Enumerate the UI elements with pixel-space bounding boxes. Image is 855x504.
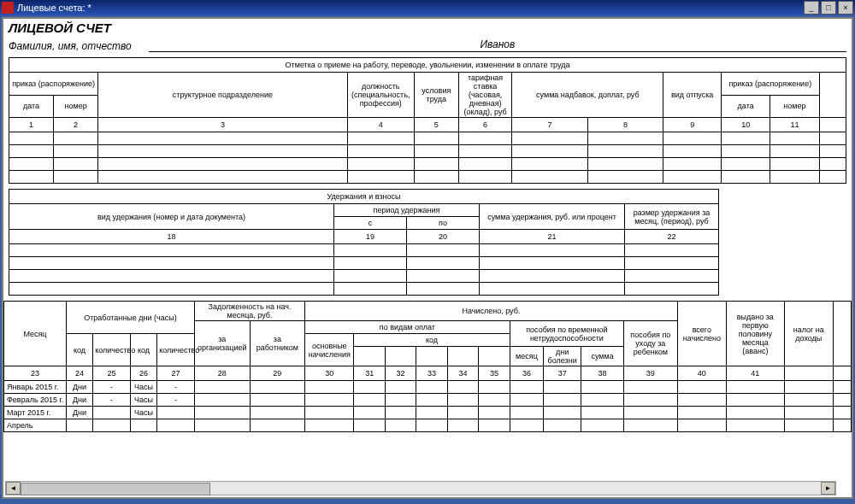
table-row[interactable]: Март 2015 г.ДниЧасы bbox=[4, 407, 852, 419]
table-row[interactable] bbox=[9, 283, 719, 296]
col-addons: сумма надбавок, доплат, руб bbox=[512, 73, 663, 118]
col-care: пособия по уходу за ребенком bbox=[624, 321, 678, 366]
sec2-caption: Удержания и взносы bbox=[9, 190, 719, 204]
table-row[interactable] bbox=[9, 158, 846, 171]
col-sd: дни болезни bbox=[544, 347, 581, 366]
colnum: 30 bbox=[305, 366, 354, 381]
horizontal-scrollbar[interactable]: ◄ ► bbox=[5, 481, 836, 495]
col-sick: пособия по временной нетрудоспособности bbox=[510, 321, 623, 347]
colnum: 37 bbox=[544, 366, 581, 381]
scroll-right-icon[interactable]: ► bbox=[821, 482, 835, 495]
page-title: ЛИЦЕВОЙ СЧЕТ bbox=[9, 21, 852, 35]
col-struct: структурное подразделение bbox=[98, 73, 348, 118]
table-row[interactable] bbox=[9, 270, 719, 283]
colnum: 22 bbox=[625, 230, 719, 244]
col-main: основные начисления bbox=[305, 334, 354, 366]
col-byemp: за работником bbox=[250, 321, 305, 366]
colnum: 10 bbox=[722, 118, 770, 132]
colnum: 33 bbox=[416, 366, 447, 381]
colnum: 27 bbox=[157, 366, 195, 381]
window-titlebar: Лицевые счета: * _ □ × bbox=[0, 0, 855, 15]
colnum: 29 bbox=[250, 366, 305, 381]
colnum: 26 bbox=[130, 366, 156, 381]
col-number: номер bbox=[54, 95, 98, 118]
colnum: 24 bbox=[66, 366, 92, 381]
colnum: 2 bbox=[54, 118, 98, 132]
colnum: 23 bbox=[4, 366, 67, 381]
employment-table: Отметка о приеме на работу, переводе, ув… bbox=[9, 57, 846, 184]
colnum: 18 bbox=[9, 230, 334, 244]
fio-label: Фамилия, имя, отчество bbox=[9, 40, 132, 52]
colnum: 31 bbox=[354, 366, 385, 381]
col-month: Месяц bbox=[4, 302, 67, 366]
colnum: 36 bbox=[510, 366, 544, 381]
minimize-button[interactable]: _ bbox=[804, 1, 819, 15]
col-total: всего начислено bbox=[677, 302, 726, 366]
colnum: 3 bbox=[98, 118, 348, 132]
col-advance: выдано за первую половину месяца (аванс) bbox=[726, 302, 784, 366]
scroll-thumb[interactable] bbox=[21, 483, 210, 495]
deductions-table: Удержания и взносы вид удержания (номер … bbox=[9, 189, 719, 296]
table-row[interactable]: Февраль 2015 г.Дни-Часы- bbox=[4, 394, 852, 407]
table-row[interactable] bbox=[9, 132, 846, 145]
colnum: 9 bbox=[663, 118, 722, 132]
colnum: 8 bbox=[587, 118, 663, 132]
col-ded-from: с bbox=[334, 217, 407, 230]
col-ded-amount: сумма удержания, руб. или процент bbox=[480, 204, 625, 230]
col-ded-monthly: размер удержания за месяц, (период), руб bbox=[625, 204, 719, 230]
colnum: 11 bbox=[770, 118, 819, 132]
close-button[interactable]: × bbox=[838, 1, 853, 15]
col-kod-row: код bbox=[354, 334, 510, 347]
table-row[interactable] bbox=[9, 257, 719, 270]
colnum: 39 bbox=[624, 366, 678, 381]
col-byorg: за организацией bbox=[194, 321, 250, 366]
window-title: Лицевые счета: * bbox=[17, 3, 91, 13]
colnum: 41 bbox=[726, 366, 784, 381]
colnum: 35 bbox=[479, 366, 510, 381]
col-ded-period: период удержания bbox=[334, 204, 480, 217]
col-number2: номер bbox=[770, 95, 819, 118]
col-debt: Задолженность на нач. месяца, руб. bbox=[194, 302, 304, 321]
colnum: 25 bbox=[93, 366, 131, 381]
document-area: ЛИЦЕВОЙ СЧЕТ Фамилия, имя, отчество Иван… bbox=[2, 17, 853, 499]
app-icon bbox=[2, 2, 14, 14]
colnum: 28 bbox=[194, 366, 250, 381]
colnum: 4 bbox=[347, 118, 414, 132]
col-accrued: Начислено, руб. bbox=[305, 302, 678, 321]
col-ded-type: вид удержания (номер и дата документа) bbox=[9, 204, 334, 230]
maximize-button[interactable]: □ bbox=[821, 1, 836, 15]
table-row[interactable] bbox=[9, 244, 719, 257]
colnum: 38 bbox=[581, 366, 624, 381]
col-tax: налог на доходы bbox=[784, 302, 833, 366]
col-worked: Отработанные дни (часы) bbox=[66, 302, 194, 334]
col-vac: вид отпуска bbox=[663, 73, 722, 118]
colnum: 40 bbox=[677, 366, 726, 381]
col-kod: код bbox=[66, 334, 92, 366]
table-row[interactable] bbox=[9, 145, 846, 158]
colnum: 34 bbox=[447, 366, 478, 381]
col-m: месяц bbox=[510, 347, 544, 366]
col-tariff: тарифная ставка (часовая, дневная) (окла… bbox=[458, 73, 511, 118]
colnum: 32 bbox=[385, 366, 416, 381]
colnum: 1 bbox=[9, 118, 54, 132]
colnum: 5 bbox=[414, 118, 458, 132]
col-sum: сумма bbox=[581, 347, 624, 366]
col-prikaz2: приказ (распоряжение) bbox=[722, 73, 820, 96]
colnum: 6 bbox=[458, 118, 511, 132]
col-ded-to: по bbox=[407, 217, 480, 230]
table-row[interactable] bbox=[9, 171, 846, 184]
col-date: дата bbox=[9, 95, 54, 118]
col-cond: условия труда bbox=[414, 73, 458, 118]
col-prikaz: приказ (распоряжение) bbox=[9, 73, 98, 96]
table-row[interactable]: Апрель bbox=[4, 419, 852, 432]
sec1-caption: Отметка о приеме на работу, переводе, ув… bbox=[9, 58, 846, 73]
scroll-left-icon[interactable]: ◄ bbox=[6, 482, 21, 495]
colnum: 20 bbox=[407, 230, 480, 244]
col-qty: количество bbox=[93, 334, 131, 366]
monthly-table: Месяц Отработанные дни (часы) Задолженно… bbox=[3, 301, 852, 432]
table-row[interactable]: Январь 2015 г.Дни-Часы- bbox=[4, 381, 852, 394]
col-position: должность (специальность, профессия) bbox=[347, 73, 414, 118]
fio-value[interactable]: Иванов bbox=[149, 38, 846, 52]
col-bypay: по видам оплат bbox=[305, 321, 510, 334]
col-date2: дата bbox=[722, 95, 770, 118]
